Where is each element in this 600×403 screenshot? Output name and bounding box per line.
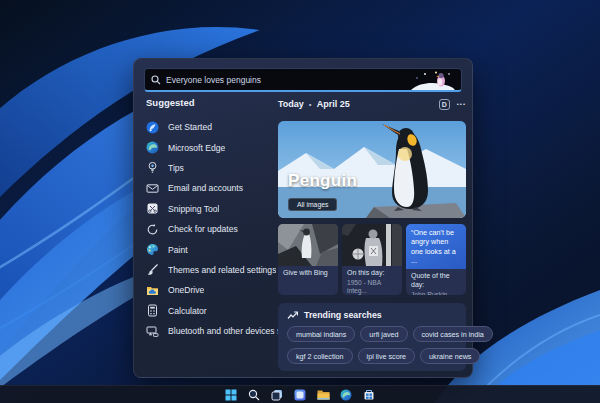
bw-basketball-photo (342, 224, 402, 266)
card-caption: Quote of the day: (411, 272, 461, 290)
suggested-item-label: Get Started (168, 122, 212, 132)
paint-palette-icon (146, 243, 159, 256)
email-envelope-icon (146, 182, 159, 195)
suggested-item-tips[interactable]: Tips (146, 158, 278, 178)
trending-chip[interactable]: ukraine news (420, 348, 480, 364)
devices-monitor-icon (146, 325, 159, 338)
trending-chip[interactable]: urfi javed (360, 326, 407, 342)
search-panel: Suggested Get Started Microsoft Edge (133, 58, 473, 378)
suggested-item-label: Bluetooth and other devices sett... (168, 326, 278, 336)
trending-chip[interactable]: covid cases in india (413, 326, 493, 342)
card-on-this-day[interactable]: On this day: 1950 - NBA integ... (342, 224, 402, 295)
start-button[interactable] (225, 388, 238, 401)
suggested-item-label: Microsoft Edge (168, 143, 225, 153)
update-refresh-icon (146, 223, 159, 236)
suggested-item-bluetooth-devices[interactable]: Bluetooth and other devices sett... (146, 321, 278, 341)
card-give-with-bing[interactable]: Give with Bing (278, 224, 338, 295)
today-label: Today (278, 99, 304, 109)
suggested-item-paint[interactable]: Paint (146, 239, 278, 259)
cards-row: Give with Bing (278, 224, 466, 295)
today-date: April 25 (317, 99, 350, 109)
task-view-icon[interactable] (271, 388, 284, 401)
card-subcaption: 1950 - NBA integ... (347, 279, 397, 295)
suggested-item-get-started[interactable]: Get Started (146, 117, 278, 137)
trending-chips-row2: kgf 2 collection ipl live score ukraine … (287, 348, 457, 364)
file-explorer-icon[interactable] (317, 388, 330, 401)
suggested-item-microsoft-edge[interactable]: Microsoft Edge (146, 137, 278, 157)
desktop: Suggested Get Started Microsoft Edge (0, 0, 600, 403)
bw-penguin-photo (278, 224, 338, 266)
today-section: Today • April 25 D ••• (278, 97, 466, 371)
suggested-item-snipping-tool[interactable]: Snipping Tool (146, 199, 278, 219)
today-header: Today • April 25 D ••• (278, 97, 466, 111)
suggested-heading: Suggested (146, 97, 278, 111)
hero-image-card[interactable]: Penguin All images (278, 121, 466, 218)
suggested-item-label: Themes and related settings (168, 265, 276, 275)
suggested-item-label: Calculator (168, 306, 207, 316)
more-options-icon[interactable]: ••• (457, 101, 466, 107)
trending-heading: Trending searches (304, 310, 382, 320)
taskbar (0, 385, 600, 403)
trending-section: Trending searches mumbai indians urfi ja… (278, 303, 466, 371)
card-caption: On this day: (347, 269, 397, 278)
get-started-icon (146, 121, 159, 134)
quote-text: “One can't be angry when one looks at a … (406, 224, 466, 269)
suggested-item-email-accounts[interactable]: Email and accounts (146, 178, 278, 198)
suggested-item-onedrive[interactable]: OneDrive (146, 280, 278, 300)
today-separator: • (309, 100, 312, 109)
suggested-item-label: Snipping Tool (168, 204, 219, 214)
taskbar-search-icon[interactable] (248, 388, 261, 401)
search-input[interactable] (166, 75, 407, 85)
suggested-item-label: Paint (168, 245, 188, 255)
taskbar-edge-icon[interactable] (340, 388, 353, 401)
hero-title: Penguin (288, 171, 357, 191)
tips-lightbulb-icon (146, 161, 159, 174)
onedrive-folder-icon (146, 284, 159, 297)
suggested-item-label: Check for updates (168, 224, 238, 234)
trending-arrow-icon (287, 310, 298, 320)
trending-chip[interactable]: kgf 2 collection (287, 348, 353, 364)
edge-icon (146, 141, 159, 154)
daily-badge[interactable]: D (439, 99, 450, 110)
suggested-item-label: Email and accounts (168, 183, 243, 193)
microsoft-store-icon[interactable] (363, 388, 376, 401)
suggested-item-label: Tips (168, 163, 184, 173)
penguin-doodle-illustration (411, 70, 455, 90)
calculator-icon (146, 304, 159, 317)
trending-chips-row1: mumbai indians urfi javed covid cases in… (287, 326, 457, 342)
widgets-icon[interactable] (294, 388, 307, 401)
suggested-item-check-updates[interactable]: Check for updates (146, 219, 278, 239)
suggested-item-calculator[interactable]: Calculator (146, 301, 278, 321)
search-icon (151, 75, 161, 85)
suggested-section: Suggested Get Started Microsoft Edge (146, 97, 278, 341)
card-subcaption: John Ruskin (411, 291, 461, 295)
search-bar[interactable] (144, 68, 462, 92)
themes-brush-icon (146, 263, 159, 276)
suggested-item-label: OneDrive (168, 285, 204, 295)
trending-chip[interactable]: mumbai indians (287, 326, 355, 342)
card-quote-of-day[interactable]: “One can't be angry when one looks at a … (406, 224, 466, 295)
trending-chip[interactable]: ipl live score (358, 348, 416, 364)
all-images-button[interactable]: All images (288, 198, 337, 211)
card-caption: Give with Bing (283, 269, 333, 278)
snipping-tool-icon (146, 202, 159, 215)
suggested-item-themes[interactable]: Themes and related settings (146, 260, 278, 280)
